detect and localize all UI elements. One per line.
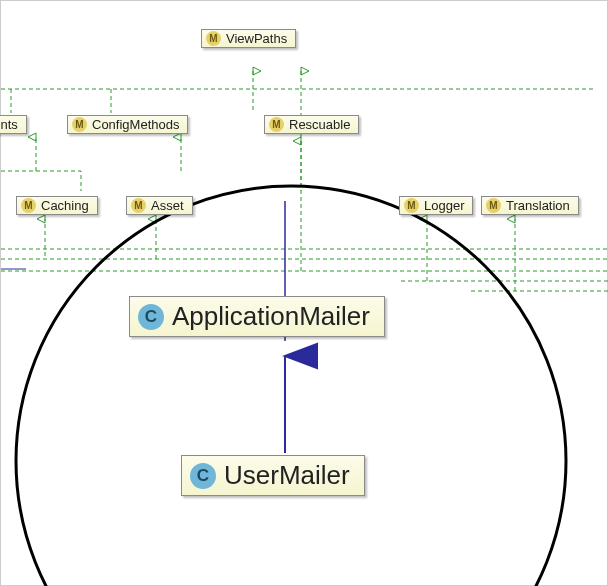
diagram-connectors [1,1,608,586]
node-label: UserMailer [224,460,350,491]
module-logger[interactable]: M Logger [399,196,473,215]
class-usermailer[interactable]: C UserMailer [181,455,365,496]
node-label: Translation [506,198,570,213]
class-icon: C [138,304,164,330]
module-viewpaths[interactable]: M ViewPaths [201,29,296,48]
node-label: ApplicationMailer [172,301,370,332]
node-label: Rescuable [289,117,350,132]
class-icon: C [190,463,216,489]
module-asset-partial[interactable]: M Asset [126,196,193,215]
module-icon: M [404,198,419,213]
node-label: nents [0,117,18,132]
module-configmethods[interactable]: M ConfigMethods [67,115,188,134]
module-rescuable[interactable]: M Rescuable [264,115,359,134]
module-icon: M [72,117,87,132]
module-icon: M [206,31,221,46]
module-partial-left[interactable]: nents [0,115,27,134]
module-icon: M [131,198,146,213]
class-applicationmailer[interactable]: C ApplicationMailer [129,296,385,337]
node-label: Asset [151,198,184,213]
node-label: Logger [424,198,464,213]
module-caching[interactable]: M Caching [16,196,98,215]
module-icon: M [21,198,36,213]
svg-point-19 [16,186,566,586]
module-icon: M [269,117,284,132]
module-icon: M [486,198,501,213]
node-label: ViewPaths [226,31,287,46]
node-label: ConfigMethods [92,117,179,132]
module-translation[interactable]: M Translation [481,196,579,215]
node-label: Caching [41,198,89,213]
